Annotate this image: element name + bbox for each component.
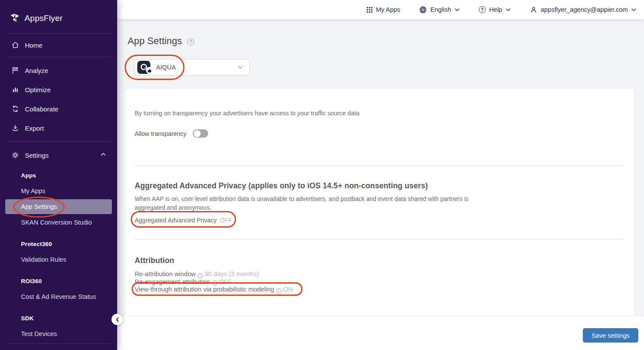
- aap-section-heading: Aggregated Advanced Privacy (applies onl…: [135, 181, 428, 191]
- gear-icon: [11, 151, 19, 159]
- chevron-up-icon: [101, 152, 106, 156]
- chevron-down-icon: [237, 66, 243, 69]
- re-engagement-attribution-row: Re-engagement attributioni:OFF: [135, 278, 293, 286]
- title-help-icon[interactable]: ?: [187, 38, 194, 45]
- divider: [6, 141, 111, 142]
- attribution-rows: Re-attribution windowi:90 days (3 months…: [135, 270, 293, 294]
- page-title: App Settings: [128, 36, 182, 47]
- topbar-my-apps-button[interactable]: My Apps: [367, 6, 400, 13]
- topbar-account-menu[interactable]: appsflyer_agency@appier.com: [530, 6, 636, 14]
- appsflyer-app-settings-page: AppsFlyer Home Analyze: [0, 0, 644, 350]
- chevron-down-icon: [506, 8, 511, 11]
- view-through-attribution-row: View-through attribution via probabilist…: [135, 286, 293, 294]
- download-icon: [11, 124, 19, 132]
- info-icon[interactable]: i: [198, 273, 203, 278]
- settings-submenu: Apps My Apps App Settings SKAN Conversio…: [0, 167, 117, 341]
- save-settings-button[interactable]: Save settings: [583, 328, 638, 343]
- info-icon[interactable]: i: [276, 288, 282, 294]
- allow-transparency-toggle[interactable]: [193, 129, 208, 138]
- sidebar-item-export[interactable]: Export: [0, 118, 117, 138]
- row-label: Re-attribution window: [135, 270, 195, 277]
- topbar-language-label: English: [430, 6, 451, 13]
- topbar-account-email: appsflyer_agency@appier.com: [541, 6, 628, 13]
- attribution-section-heading: Attribution: [135, 256, 174, 265]
- group-header-sdk: SDK: [0, 310, 117, 326]
- sidebar-item-settings[interactable]: Settings: [0, 146, 117, 165]
- sidebar-item-skan-conversion-studio[interactable]: SKAN Conversion Studio: [0, 215, 117, 230]
- sidebar: AppsFlyer Home Analyze: [0, 0, 117, 350]
- sidebar-item-cost-ad-revenue-status[interactable]: Cost & Ad Revenue Status: [0, 289, 117, 304]
- toggle-knob: [194, 130, 201, 137]
- divider: [6, 343, 111, 344]
- apple-platform-icon: [146, 67, 153, 74]
- home-icon: [11, 41, 19, 49]
- row-value: :OFF: [217, 278, 232, 285]
- divider: [135, 165, 625, 166]
- chevron-down-icon: [631, 8, 636, 11]
- sidebar-item-validation-rules[interactable]: Validation Rules: [0, 252, 117, 267]
- sidebar-collapse-button[interactable]: [111, 314, 123, 325]
- apps-grid-icon: [367, 7, 372, 13]
- topbar-help-label: Help: [489, 6, 502, 13]
- row-value: :90 days (3 months): [203, 270, 259, 277]
- sidebar-item-my-apps[interactable]: My Apps: [0, 184, 117, 198]
- aap-status-line: Aggregated Advanced Privacy: OFF: [135, 217, 232, 224]
- group-header-protect360: Protect360: [0, 236, 117, 252]
- sidebar-item-label: Optimize: [25, 86, 51, 94]
- row-label: Re-engagement attribution: [135, 278, 210, 285]
- divider: [135, 239, 625, 239]
- aap-status-label: Aggregated Advanced Privacy: [135, 217, 217, 224]
- sidebar-item-label: Collaborate: [25, 105, 59, 113]
- sidebar-item-test-devices[interactable]: Test Devices: [0, 326, 117, 341]
- aap-status-value: : OFF: [217, 217, 233, 224]
- topbar-help-menu[interactable]: ? Help: [479, 6, 511, 13]
- row-label: View-through attribution via probabilist…: [135, 286, 274, 293]
- allow-transparency-label: Allow transparency: [135, 130, 186, 137]
- row-value: :ON: [282, 286, 293, 293]
- aap-description: When AAP is on, user-level attribution d…: [135, 195, 480, 212]
- chevron-down-icon: [455, 8, 460, 11]
- sidebar-item-home[interactable]: Home: [0, 35, 117, 55]
- chevron-left-icon: [115, 317, 119, 322]
- divider: [6, 33, 111, 34]
- brand-name: AppsFlyer: [24, 14, 63, 23]
- analyze-icon: [11, 66, 19, 74]
- topbar: My Apps English ? Help: [117, 0, 644, 19]
- sidebar-item-app-settings[interactable]: App Settings: [5, 199, 112, 214]
- info-icon[interactable]: i: [212, 281, 217, 286]
- group-header-roi360: ROI360: [0, 273, 117, 289]
- re-attribution-window-row: Re-attribution windowi:90 days (3 months…: [135, 270, 293, 278]
- user-icon: [530, 6, 537, 14]
- sidebar-item-optimize[interactable]: Optimize: [0, 80, 117, 99]
- bar-chart-icon: [11, 86, 19, 94]
- topbar-my-apps-label: My Apps: [376, 6, 400, 13]
- sidebar-item-collaborate[interactable]: Collaborate: [0, 99, 117, 118]
- brand-logo[interactable]: AppsFlyer: [0, 0, 117, 27]
- topbar-language-selector[interactable]: English: [419, 6, 460, 14]
- sidebar-item-label: Settings: [25, 152, 49, 159]
- app-icon-wrap: [137, 60, 153, 74]
- footer-bar: Save settings: [117, 316, 644, 350]
- globe-icon: [419, 6, 427, 14]
- selected-app-name: AIQUA: [156, 64, 176, 71]
- settings-card: By turning on transparency your advertis…: [125, 89, 634, 316]
- sync-arrows-icon: [11, 105, 19, 113]
- appsflyer-logo-icon: [9, 13, 21, 24]
- help-circle-icon: ?: [479, 6, 486, 13]
- sidebar-item-analyze[interactable]: Analyze: [0, 61, 117, 80]
- transparency-description: By turning on transparency your advertis…: [135, 110, 359, 117]
- sidebar-item-label: Export: [25, 125, 44, 132]
- app-selector-dropdown[interactable]: AIQUA: [135, 59, 250, 76]
- group-header-apps: Apps: [0, 167, 117, 184]
- sidebar-item-label: Home: [25, 42, 42, 49]
- sidebar-item-label: Analyze: [25, 67, 48, 74]
